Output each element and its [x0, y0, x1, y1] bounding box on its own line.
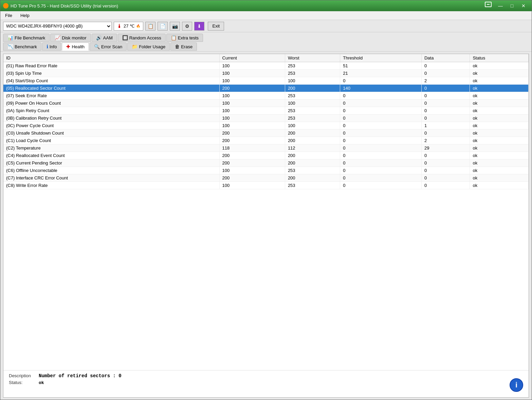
cell-threshold: 0	[340, 174, 422, 182]
tabs-row-1: 📊 File Benchmark 📈 Disk monitor 🔊 AAM 🔲 …	[3, 34, 529, 42]
table-row[interactable]: (C6) Offline Uncorrectable10025300ok	[3, 167, 529, 174]
col-header-id: ID	[3, 54, 219, 62]
cell-current: 118	[219, 144, 285, 152]
cell-data: 0	[421, 129, 470, 137]
tab-health[interactable]: ✚ Health	[62, 42, 89, 51]
cell-status: ok	[470, 100, 529, 107]
cell-id: (C6) Offline Uncorrectable	[3, 167, 219, 174]
col-header-threshold: Threshold	[340, 54, 422, 62]
table-row[interactable]: (C7) Interface CRC Error Count20020000ok	[3, 174, 529, 182]
maximize-button[interactable]: □	[507, 2, 517, 10]
copy-btn-2[interactable]: 📄	[158, 22, 168, 31]
table-row[interactable]: (01) Raw Read Error Rate100253510ok	[3, 62, 529, 70]
table-row[interactable]: (0C) Power Cycle Count10010001ok	[3, 122, 529, 129]
table-row[interactable]: (C5) Current Pending Sector20020000ok	[3, 159, 529, 167]
table-row[interactable]: (C1) Load Cycle Count20020002ok	[3, 137, 529, 144]
cell-current: 200	[219, 152, 285, 159]
folder-usage-icon: 📁	[132, 44, 137, 49]
cell-id: (0B) Calibration Retry Count	[3, 115, 219, 122]
cell-data: 0	[421, 62, 470, 70]
cell-worst: 253	[285, 70, 340, 77]
table-row[interactable]: (04) Start/Stop Count10010002ok	[3, 77, 529, 85]
copy-btn-1[interactable]: 📋	[145, 22, 155, 31]
info-button[interactable]: i	[510, 378, 523, 392]
cell-data: 0	[421, 85, 470, 92]
cell-id: (05) Reallocated Sector Count	[3, 85, 219, 92]
temperature-display: 🌡 27 ℃ 🔥	[114, 22, 143, 31]
exit-button[interactable]: Exit	[208, 22, 224, 31]
screenshot-btn[interactable]: 📷	[170, 22, 180, 31]
smart-table: ID Current Worst Threshold Data Status (…	[3, 54, 529, 189]
cell-id: (C2) Temperature	[3, 144, 219, 152]
cell-id: (04) Start/Stop Count	[3, 77, 219, 85]
table-row[interactable]: (C8) Write Error Rate10025300ok	[3, 182, 529, 189]
table-row[interactable]: (0A) Spin Retry Count10025300ok	[3, 107, 529, 115]
minimize-button[interactable]: —	[495, 2, 506, 10]
cell-status: ok	[470, 144, 529, 152]
cell-status: ok	[470, 77, 529, 85]
table-row[interactable]: (0B) Calibration Retry Count10025300ok	[3, 115, 529, 122]
cell-worst: 253	[285, 107, 340, 115]
table-row[interactable]: (05) Reallocated Sector Count2002001400o…	[3, 85, 529, 92]
cell-data: 2	[421, 137, 470, 144]
cell-worst: 253	[285, 62, 340, 70]
cell-threshold: 21	[340, 70, 422, 77]
tab-benchmark[interactable]: 📉 Benchmark	[3, 42, 41, 51]
cell-id: (C8) Write Error Rate	[3, 182, 219, 189]
table-row[interactable]: (09) Power On Hours Count10010000ok	[3, 100, 529, 107]
col-header-data: Data	[421, 54, 470, 62]
cell-threshold: 0	[340, 77, 422, 85]
temp-unit: ℃	[130, 23, 135, 29]
table-row[interactable]: (C2) Temperature118112029ok	[3, 144, 529, 152]
cell-worst: 200	[285, 85, 340, 92]
copy-icon: 📋	[148, 23, 153, 29]
cell-worst: 100	[285, 77, 340, 85]
cell-current: 200	[219, 159, 285, 167]
status-row: Status: ok	[9, 380, 523, 385]
cell-threshold: 0	[340, 159, 422, 167]
cell-threshold: 0	[340, 92, 422, 100]
tab-random-access[interactable]: 🔲 Random Access	[118, 34, 166, 42]
erase-icon: 🗑	[175, 44, 180, 49]
cell-worst: 253	[285, 182, 340, 189]
menu-help[interactable]: Help	[18, 12, 32, 19]
tab-error-scan[interactable]: 🔍 Error Scan	[90, 42, 127, 51]
tab-info[interactable]: ℹ Info	[42, 42, 61, 51]
cell-status: ok	[470, 62, 529, 70]
table-row[interactable]: (03) Spin Up Time100253210ok	[3, 70, 529, 77]
table-scroll[interactable]: ID Current Worst Threshold Data Status (…	[3, 54, 529, 370]
settings-btn[interactable]: ⚙	[182, 22, 192, 31]
table-row[interactable]: (C4) Reallocated Event Count20020000ok	[3, 152, 529, 159]
health-icon: ✚	[66, 44, 70, 49]
monitor-icon	[485, 2, 492, 7]
table-row[interactable]: (07) Seek Error Rate10025300ok	[3, 92, 529, 100]
cell-data: 0	[421, 182, 470, 189]
cell-current: 100	[219, 115, 285, 122]
tab-disk-monitor[interactable]: 📈 Disk monitor	[50, 34, 91, 42]
table-row[interactable]: (C0) Unsafe Shutdown Count20020000ok	[3, 129, 529, 137]
cell-id: (C7) Interface CRC Error Count	[3, 174, 219, 182]
cell-data: 2	[421, 77, 470, 85]
tab-aam[interactable]: 🔊 AAM	[92, 34, 117, 42]
copy2-icon: 📄	[160, 23, 166, 29]
tab-folder-usage[interactable]: 📁 Folder Usage	[127, 42, 170, 51]
cell-threshold: 0	[340, 152, 422, 159]
tab-file-benchmark[interactable]: 📊 File Benchmark	[3, 34, 50, 42]
col-header-status: Status	[470, 54, 529, 62]
extra-tests-icon: 📋	[171, 35, 177, 40]
file-benchmark-icon: 📊	[7, 35, 13, 40]
download-btn[interactable]: ⬇	[194, 22, 204, 31]
drive-select[interactable]: WDC WD42EJRX-89BFNY0 (4000 gB)	[3, 22, 112, 31]
cell-current: 100	[219, 100, 285, 107]
tabs-area: 📊 File Benchmark 📈 Disk monitor 🔊 AAM 🔲 …	[0, 32, 532, 52]
tab-erase[interactable]: 🗑 Erase	[170, 42, 197, 51]
tab-health-label: Health	[72, 44, 85, 49]
camera-icon: 📷	[172, 23, 178, 29]
temp-value: 27	[124, 23, 128, 29]
cell-data: 0	[421, 115, 470, 122]
tab-disk-monitor-label: Disk monitor	[62, 35, 86, 40]
tab-erase-label: Erase	[181, 44, 192, 49]
close-button[interactable]: ✕	[518, 2, 529, 10]
menu-file[interactable]: File	[3, 12, 14, 19]
tab-extra-tests[interactable]: 📋 Extra tests	[166, 34, 203, 42]
